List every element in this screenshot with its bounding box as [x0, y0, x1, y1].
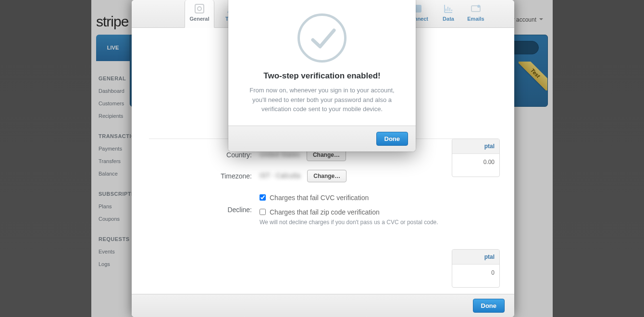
summary-2-value: 0: [452, 265, 499, 281]
settings-done-button[interactable]: Done: [473, 299, 505, 313]
decline-cvc-option[interactable]: Charges that fail CVC verification: [260, 194, 369, 202]
chart-icon: [442, 3, 455, 14]
tab-general-label: General: [190, 16, 210, 22]
confirm-done-button[interactable]: Done: [376, 132, 409, 146]
confirmation-dialog: Two-step verification enabled! From now …: [228, 0, 416, 152]
summary-1-value: 0.00: [452, 154, 499, 170]
svg-point-1: [198, 7, 201, 11]
summary-card-2: ptal 0: [452, 249, 500, 288]
gear-icon: [193, 3, 206, 14]
checkmark-icon: [297, 13, 347, 63]
timezone-label: Timezone:: [149, 172, 260, 180]
change-timezone-button[interactable]: Change…: [307, 170, 347, 182]
decline-zip-label: Charges that fail zip code verification: [270, 208, 380, 216]
decline-cvc-label: Charges that fail CVC verification: [270, 194, 369, 202]
confirm-title: Two-step verification enabled!: [243, 71, 401, 81]
tab-emails[interactable]: Emails: [461, 0, 490, 27]
confirm-body: From now on, whenever you sign in to you…: [243, 86, 401, 114]
country-value: United States: [260, 151, 300, 158]
decline-note: We will not decline charges if you don't…: [260, 219, 497, 226]
decline-zip-checkbox[interactable]: [260, 209, 266, 215]
decline-label: Decline:: [149, 206, 260, 214]
svg-rect-0: [195, 4, 204, 13]
timezone-value: IST - Calcutta: [260, 172, 300, 179]
tab-emails-label: Emails: [467, 16, 484, 22]
summary-1-title: ptal: [452, 139, 499, 154]
summary-card-1: ptal 0.00: [452, 139, 500, 177]
summary-2-title: ptal: [452, 250, 499, 265]
tab-data-label: Data: [443, 16, 454, 22]
decline-zip-option[interactable]: Charges that fail zip code verification: [260, 208, 380, 216]
svg-point-12: [477, 5, 480, 8]
tab-data[interactable]: Data: [435, 0, 461, 27]
tab-general[interactable]: General: [185, 0, 214, 28]
country-label: Country:: [149, 151, 260, 159]
decline-cvc-checkbox[interactable]: [260, 194, 266, 201]
mail-icon: [469, 3, 483, 14]
